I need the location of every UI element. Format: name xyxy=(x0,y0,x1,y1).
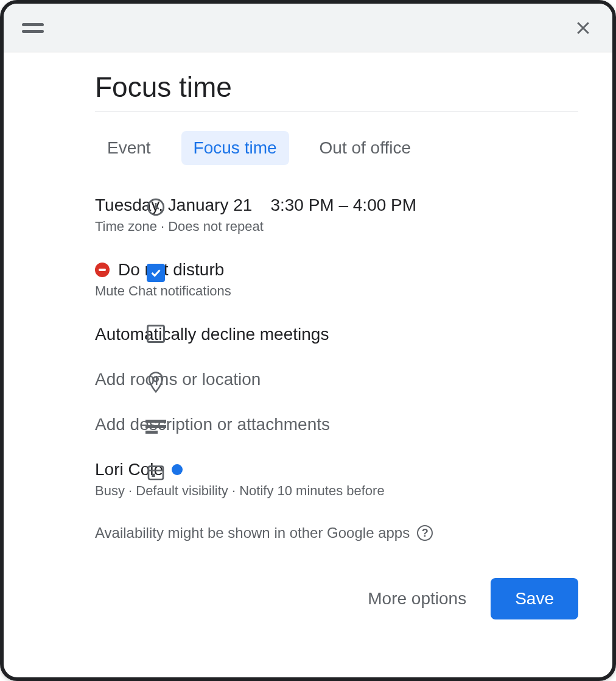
close-icon xyxy=(574,19,592,37)
svg-rect-3 xyxy=(145,425,166,428)
dialog-topbar xyxy=(4,4,612,52)
auto-decline-row: Automatically decline meetings xyxy=(95,325,578,344)
dnd-label: Do not disturb xyxy=(118,260,224,280)
auto-decline-label: Automatically decline meetings xyxy=(95,325,329,344)
do-not-disturb-row: Do not disturb Mute Chat notifications xyxy=(95,260,578,299)
drag-handle-icon[interactable] xyxy=(22,23,44,33)
description-row[interactable]: Add description or attachments xyxy=(95,415,578,434)
more-options-button[interactable]: More options xyxy=(368,589,466,609)
availability-note-text: Availability might be shown in other Goo… xyxy=(95,524,410,542)
datetime-row[interactable]: Tuesday, January 21 3:30 PM – 4:00 PM Ti… xyxy=(95,196,578,235)
tab-out-of-office[interactable]: Out of office xyxy=(307,131,423,165)
location-icon xyxy=(146,371,166,394)
location-placeholder[interactable]: Add rooms or location xyxy=(95,370,261,389)
organizer-row[interactable]: Lori Cole Busy · Default visibility · No… xyxy=(95,460,578,499)
svg-rect-4 xyxy=(145,431,158,434)
location-row[interactable]: Add rooms or location xyxy=(95,370,578,389)
title-input[interactable] xyxy=(95,71,578,111)
dialog-footer: More options Save xyxy=(95,578,578,619)
clock-icon xyxy=(145,197,166,217)
availability-note-row: Availability might be shown in other Goo… xyxy=(95,524,578,542)
timezone-repeat-text[interactable]: Time zone · Does not repeat xyxy=(95,219,578,235)
dnd-icon xyxy=(95,263,110,277)
svg-rect-2 xyxy=(145,420,166,423)
calendar-icon xyxy=(146,462,166,482)
svg-rect-6 xyxy=(152,474,155,477)
close-button[interactable] xyxy=(572,17,594,39)
dnd-sub: Mute Chat notifications xyxy=(95,283,578,299)
svg-point-1 xyxy=(153,377,158,382)
save-button[interactable]: Save xyxy=(491,578,578,619)
description-placeholder[interactable]: Add description or attachments xyxy=(95,415,330,434)
organizer-sub: Busy · Default visibility · Notify 10 mi… xyxy=(95,483,578,499)
help-icon[interactable]: ? xyxy=(417,525,433,541)
auto-decline-checkbox[interactable] xyxy=(147,325,165,343)
dnd-checkbox[interactable] xyxy=(147,264,165,282)
tab-event[interactable]: Event xyxy=(95,131,163,165)
description-icon xyxy=(145,418,166,434)
time-text[interactable]: 3:30 PM – 4:00 PM xyxy=(270,196,416,215)
tab-focus-time[interactable]: Focus time xyxy=(181,131,289,165)
event-type-tabs: Event Focus time Out of office xyxy=(95,131,578,165)
date-text[interactable]: Tuesday, January 21 xyxy=(95,196,252,215)
event-editor-dialog: Event Focus time Out of office Tuesday, … xyxy=(0,0,616,681)
svg-rect-5 xyxy=(149,467,163,479)
calendar-color-dot xyxy=(172,464,183,475)
